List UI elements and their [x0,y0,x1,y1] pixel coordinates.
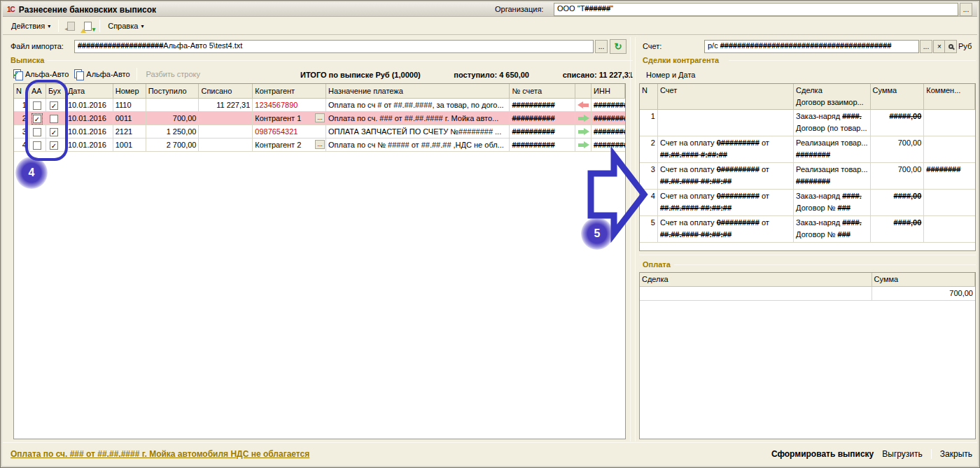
arrow-icon: ◂ [64,25,68,32]
total-label: ИТОГО по выписке Руб (1,0000) [300,71,421,79]
direction-arrow-icon [578,101,589,109]
actions-menu[interactable]: Действия ▾ [7,20,55,31]
redacted-text: ########## [594,114,625,122]
statement-table: N АА Бух Дата Номер Поступило Списано Ко… [13,83,626,439]
panel-splitter[interactable] [630,37,631,441]
import-file-field[interactable]: ####################Альфа-Авто 5\test4.t… [74,40,594,53]
toolbar: Действия ▾ ◂ ▾ Справка ▾ [3,17,977,35]
load-statement-button[interactable]: ◂ [62,19,79,33]
organization-field[interactable]: ООО "Т######" [554,3,958,16]
direction-arrow-icon [578,128,589,136]
deals-table: N Счет СделкаДоговор взаимор... Сумма Ко… [639,83,976,251]
table-row[interactable]: 3 Счет на оплату 0######### от##.##.####… [640,163,975,190]
app-icon: 1С [7,6,15,13]
payment-group-label: Оплата [643,260,671,269]
refresh-icon: ↻ [615,41,622,52]
deals-subheader: Номер и Дата [646,71,695,79]
currency-label: Руб [958,42,972,50]
split-row-button[interactable]: Разбить строку [141,69,206,80]
group-line [674,264,976,265]
organization-more-button[interactable]: ... [960,3,972,16]
toolbar-separator [136,68,137,80]
group-line [47,60,633,61]
panel-splitter [635,37,636,441]
account-label: Счет: [643,42,662,50]
triangle-icon [80,29,86,33]
buh-checkbox[interactable] [50,115,58,123]
aa-checkbox[interactable] [33,101,41,110]
statement-totals: ИТОГО по выписке Руб (1,0000) поступило:… [300,71,633,79]
redacted-text: ########## [594,141,625,149]
statement-table-header: N АА Бух Дата Номер Поступило Списано Ко… [14,84,625,99]
table-row[interactable]: 5 Счет на оплату 0######### от##.##.####… [640,216,975,243]
aa-checkbox[interactable] [33,128,41,136]
payment-purpose-status[interactable]: Оплата по сч. ### от ##.##.#### г. Мойка… [10,449,309,459]
account-field[interactable]: р/с ####################################… [704,40,919,53]
payment-table-header: Сделка Сумма [640,273,975,287]
document-icon [67,22,75,31]
toolbar-separator [99,20,100,32]
aa-checkbox[interactable] [33,115,41,123]
redacted-text: ########## [512,141,554,149]
received-total: поступило: 4 650,00 [454,71,529,79]
footer-buttons: Сформировать выписку Выгрузить Закрыть [771,449,972,459]
alfa-auto-copy-button[interactable]: Альфа-Авто [71,68,132,80]
redacted-text: ###### [584,4,610,13]
buh-checkbox[interactable] [50,141,58,150]
refresh-button[interactable]: ↻ [610,39,626,54]
generate-statement-button[interactable]: Сформировать выписку [771,449,874,459]
magnifier-icon [948,44,953,49]
close-form-button[interactable]: Закрыть [940,449,972,459]
footer-separator [3,442,977,443]
aa-checkbox[interactable] [33,141,41,150]
pages-check-icon: ✓ [13,69,22,79]
statement-group-label: Выписка [10,56,45,64]
account-lookup-button[interactable] [944,40,957,53]
buh-checkbox[interactable] [50,101,58,110]
statement-actions: ✓ Альфа-Авто Альфа-Авто Разбить строку [10,68,206,80]
redacted-text: #################### [78,41,163,50]
table-row[interactable]: 1 Заказ-наряд ####.Договор (по товар... … [640,110,975,136]
deals-table-header: N Счет СделкаДоговор взаимор... Сумма Ко… [640,84,975,110]
import-file-more-button[interactable]: ... [595,40,608,53]
organization-label: Организация: [495,5,543,13]
section-splitter[interactable] [639,255,976,255]
table-row[interactable]: 700,00 [640,287,975,301]
import-file-label: Файл импорта: [10,42,64,50]
deals-group-label: Сделки контрагента [643,56,719,64]
redacted-text: ########## [594,127,625,136]
direction-arrow-icon [578,141,589,149]
written-total: списано: 11 227,31 [563,71,633,79]
table-row[interactable]: 4 Счет на оплату 0######### от##.##.####… [640,190,975,216]
arrow-down-icon: ▾ [92,26,96,33]
footer-button-separator [931,449,932,459]
direction-arrow-icon [578,115,589,122]
table-row[interactable]: 1 10.01.2016 1110 11 227,31 1234567890..… [14,99,625,112]
redacted-text: ########## [594,101,625,109]
alfa-auto-check-button[interactable]: ✓ Альфа-Авто [10,68,71,80]
redacted-text: ########## [512,101,554,109]
chevron-down-icon: ▾ [141,23,144,29]
table-row[interactable]: 4 10.01.2016 1001 2 700,00 Контрагент 2.… [14,139,625,152]
export-statement-button[interactable]: ▾ [79,19,96,33]
export-button[interactable]: Выгрузить [882,449,923,459]
account-more-button[interactable]: ... [920,40,932,53]
help-menu[interactable]: Справка ▾ [104,20,148,31]
group-line [729,60,976,61]
toolbar-separator [58,20,59,32]
pages-icon [74,69,83,79]
redacted-text: ########## [512,114,554,122]
contragent-more-button[interactable]: ... [315,113,325,122]
redacted-text: ########## [512,127,554,136]
payment-table: Сделка Сумма 700,00 [639,272,976,439]
contragent-more-button[interactable]: ... [315,140,325,149]
table-row[interactable]: 2 10.01.2016 0011 700,00 Контрагент 1...… [14,112,625,125]
app-window: 1С Разнесение банковских выписок _ □ × Д… [0,0,980,468]
buh-checkbox[interactable] [50,128,58,136]
table-row[interactable]: 2 Счет на оплату 0######### от##.##.####… [640,136,975,163]
chevron-down-icon: ▾ [48,23,50,29]
window-title: Разнесение банковских выписок [19,5,156,15]
table-row[interactable]: 3 10.01.2016 2121 1 250,00 0987654321...… [14,125,625,139]
redacted-text: ######################################## [720,41,892,50]
